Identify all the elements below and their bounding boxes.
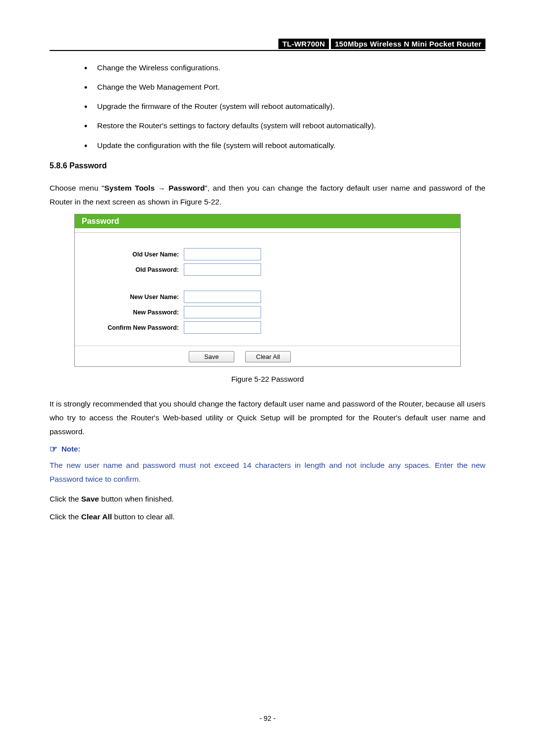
figure-caption: Figure 5-22 Password bbox=[50, 375, 485, 383]
hand-point-icon: ☞ bbox=[50, 444, 57, 454]
password-figure: Password Old User Name: Old Password: Ne… bbox=[74, 214, 461, 367]
form-row: Old Password: bbox=[75, 263, 460, 276]
new-pass-label: New Password: bbox=[75, 309, 184, 316]
change-list: Change the Wireless configurations. Chan… bbox=[50, 63, 485, 151]
arrow-icon: → bbox=[158, 184, 165, 193]
list-item: Restore the Router's settings to factory… bbox=[84, 121, 485, 131]
clear-instruction: Click the Clear All button to clear all. bbox=[50, 512, 485, 521]
confirm-pass-input[interactable] bbox=[184, 321, 261, 334]
new-user-input[interactable] bbox=[184, 291, 261, 303]
old-pass-input[interactable] bbox=[184, 263, 261, 276]
intro-paragraph: Choose menu "System Tools → Password", a… bbox=[50, 181, 485, 209]
old-user-input[interactable] bbox=[184, 248, 261, 260]
old-pass-label: Old Password: bbox=[75, 266, 184, 273]
page-number: - 92 - bbox=[0, 714, 535, 722]
confirm-pass-label: Confirm New Password: bbox=[75, 324, 184, 331]
figure-title: Password bbox=[75, 214, 460, 228]
note-label: Note: bbox=[61, 445, 80, 453]
document-header: TL-WR700N 150Mbps Wireless N Mini Pocket… bbox=[50, 39, 485, 51]
clear-all-button[interactable]: Clear All bbox=[245, 351, 291, 362]
new-user-label: New User Name: bbox=[75, 294, 184, 301]
model-badge: TL-WR700N bbox=[278, 39, 329, 49]
note-text: The new user name and password must not … bbox=[50, 458, 485, 486]
form-row: Confirm New Password: bbox=[75, 321, 460, 334]
list-item: Update the configuration with the file (… bbox=[84, 141, 485, 151]
save-button[interactable]: Save bbox=[189, 351, 234, 362]
section-heading: 5.8.6 Password bbox=[50, 161, 485, 170]
new-pass-input[interactable] bbox=[184, 306, 261, 318]
list-item: Change the Wireless configurations. bbox=[84, 63, 485, 73]
save-instruction: Click the Save button when finished. bbox=[50, 495, 485, 504]
old-user-label: Old User Name: bbox=[75, 251, 184, 258]
recommend-paragraph: It is strongly recommended that you shou… bbox=[50, 397, 485, 439]
form-row: New Password: bbox=[75, 306, 460, 318]
note-heading: ☞ Note: bbox=[50, 444, 485, 454]
button-row: Save Clear All bbox=[75, 346, 460, 366]
list-item: Change the Web Management Port. bbox=[84, 82, 485, 92]
form-row: Old User Name: bbox=[75, 248, 460, 260]
list-item: Upgrade the firmware of the Router (syst… bbox=[84, 101, 485, 111]
model-desc: 150Mbps Wireless N Mini Pocket Router bbox=[331, 39, 485, 49]
form-row: New User Name: bbox=[75, 291, 460, 303]
